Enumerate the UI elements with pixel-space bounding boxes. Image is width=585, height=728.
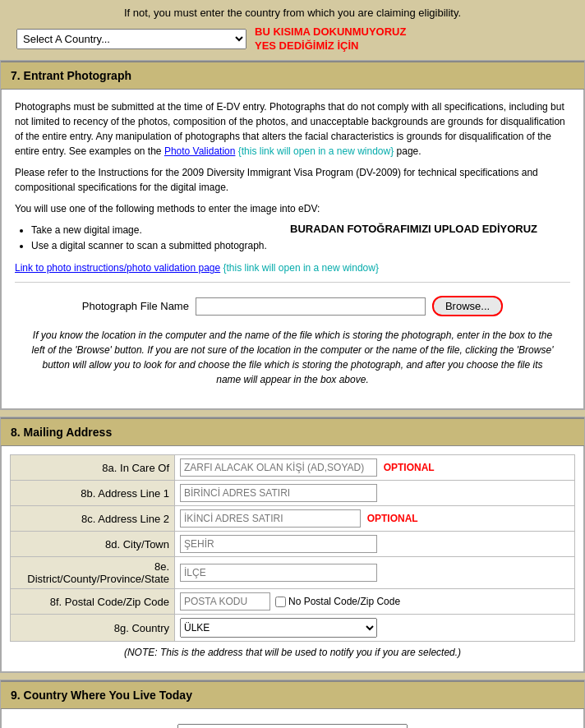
label-8e: 8e. District/County/Province/State (11, 557, 175, 589)
section7-bullets: Take a new digital image. Use a digital … (31, 223, 267, 254)
field-row-8f: 8f. Postal Code/Zip Code No Postal Code/… (11, 589, 575, 615)
photo-file-row: Photograph File Name Browse... (15, 289, 570, 323)
label-8f: 8f. Postal Code/Zip Code (11, 589, 175, 615)
input-8b[interactable] (180, 484, 377, 502)
input-cell-8f: No Postal Code/Zip Code (175, 589, 575, 615)
photo-instruction: If you know the location in the computer… (15, 323, 570, 392)
label-8a: 8a. In Care Of (11, 455, 175, 481)
mailing-table: 8a. In Care Of OPTIONAL 8b. Address Line… (10, 454, 575, 642)
label-8d: 8d. City/Town (11, 532, 175, 557)
section9-header: 9. Country Where You Live Today (1, 680, 584, 709)
section8-header: 8. Mailing Address (1, 417, 584, 446)
top-note-text: If not, you must enter the country from … (124, 7, 461, 19)
input-cell-8a: OPTIONAL (175, 455, 575, 481)
photo-file-label: Photograph File Name (82, 300, 189, 312)
section7-block: 7. Entrant Photograph Photographs must b… (0, 60, 585, 410)
field-row-8d: 8d. City/Town (11, 532, 575, 557)
browse-button[interactable]: Browse... (432, 296, 503, 316)
select-country-8g[interactable]: ÜLKE (180, 618, 377, 638)
upload-notice: BURADAN FOTOĞRAFIMIZI UPLOAD EDİYORUZ (290, 223, 537, 235)
input-postal[interactable] (180, 592, 270, 611)
bullet-digital-image: Take a new digital image. (31, 223, 267, 238)
field-row-8e: 8e. District/County/Province/State (11, 557, 575, 589)
no-postal-label[interactable]: No Postal Code/Zip Code (275, 596, 400, 607)
photo-instructions-link[interactable]: Link to photo instructions/photo validat… (15, 262, 220, 274)
label-8c: 8c. Address Line 2 (11, 506, 175, 532)
field-row-8g: 8g. Country ÜLKE (11, 615, 575, 642)
input-cell-8g: ÜLKE (175, 615, 575, 642)
section8-block: 8. Mailing Address 8a. In Care Of OPTION… (0, 417, 585, 673)
label-8b: 8b. Address Line 1 (11, 481, 175, 506)
top-note: If not, you must enter the country from … (0, 0, 585, 22)
section8-content: 8a. In Care Of OPTIONAL 8b. Address Line… (1, 446, 584, 672)
label-8g: 8g. Country (11, 615, 175, 642)
optional-8a: OPTIONAL (384, 462, 435, 473)
section7-title: 7. Entrant Photograph (11, 69, 131, 82)
input-cell-8c: OPTIONAL (175, 506, 575, 532)
optional-8c: OPTIONAL (367, 513, 418, 524)
section7-para2: Please refer to the Instructions for the… (15, 165, 570, 195)
photo-link-line: Link to photo instructions/photo validat… (15, 260, 570, 275)
divider (15, 282, 570, 283)
section7-content: Photographs must be submitted at the tim… (1, 90, 584, 409)
country-select[interactable]: Select A Country... (16, 29, 246, 49)
postal-row: No Postal Code/Zip Code (180, 592, 569, 611)
input-8d[interactable] (180, 535, 377, 553)
section7-para3: You will use one of the following method… (15, 201, 570, 216)
section9-content: ŞU AN YAŞAMAKTA OLDUĞUNUZ ÜLKE (1, 709, 584, 728)
country-live-row: ŞU AN YAŞAMAKTA OLDUĞUNUZ ÜLKE (15, 717, 570, 728)
input-8c[interactable] (180, 509, 361, 528)
no-postal-checkbox[interactable] (275, 597, 286, 607)
section7-para1: Photographs must be submitted at the tim… (15, 99, 570, 159)
country-live-select[interactable]: ŞU AN YAŞAMAKTA OLDUĞUNUZ ÜLKE (177, 724, 408, 728)
photo-validation-link[interactable]: Photo Validation (164, 145, 236, 157)
input-cell-8d (175, 532, 575, 557)
field-row-8c: 8c. Address Line 2 OPTIONAL (11, 506, 575, 532)
input-cell-8b (175, 481, 575, 506)
country-select-row: Select A Country... BU KISIMA DOKUNMUYOR… (0, 22, 585, 60)
input-8e[interactable] (180, 564, 377, 582)
photo-file-input[interactable] (196, 297, 426, 316)
red-notice: BU KISIMA DOKUNMUYORUZYES DEDİĞİMİZ İÇİN (255, 25, 406, 53)
field-row-8b: 8b. Address Line 1 (11, 481, 575, 506)
section7-header: 7. Entrant Photograph (1, 61, 584, 90)
input-cell-8e (175, 557, 575, 589)
section8-title: 8. Mailing Address (11, 426, 112, 439)
field-row-8a: 8a. In Care Of OPTIONAL (11, 455, 575, 481)
page-wrapper: If not, you must enter the country from … (0, 0, 585, 728)
section9-block: 9. Country Where You Live Today ŞU AN YA… (0, 680, 585, 728)
input-8a[interactable] (180, 458, 377, 477)
bullet-scanner: Use a digital scanner to scan a submitte… (31, 238, 267, 254)
section8-note: (NOTE: This is the address that will be … (10, 642, 575, 663)
section9-title: 9. Country Where You Live Today (11, 689, 192, 702)
